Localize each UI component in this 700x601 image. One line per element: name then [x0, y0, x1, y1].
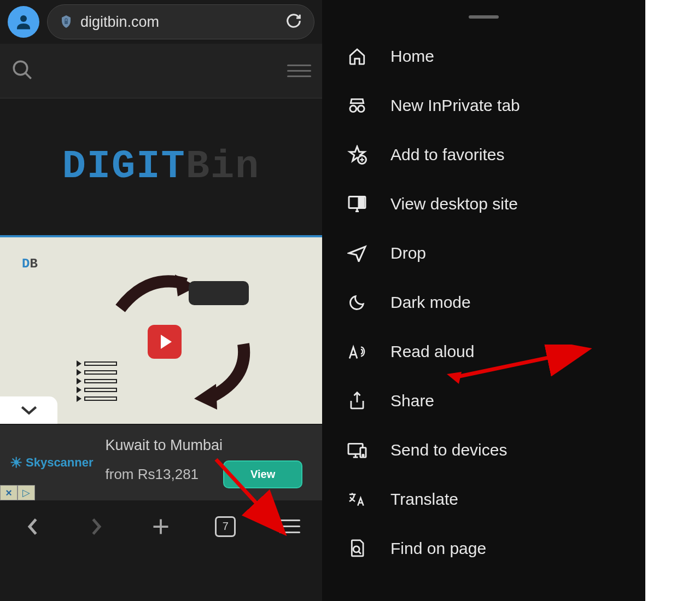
menu-item-darkmode[interactable]: Dark mode: [322, 278, 645, 327]
db-badge: DB: [22, 256, 38, 271]
devices-icon: [347, 440, 368, 460]
collapse-tab[interactable]: [0, 396, 57, 424]
menu-list: Home New InPrivate tab: [322, 32, 645, 573]
site-logo: DIGITBin: [62, 144, 260, 189]
forward-button[interactable]: [83, 517, 110, 536]
menu-label: New InPrivate tab: [390, 96, 520, 115]
svg-point-0: [20, 15, 27, 22]
sun-icon: ☀: [10, 454, 22, 471]
menu-label: Send to devices: [390, 441, 507, 459]
ad-price: from Rs13,281: [106, 466, 199, 483]
browser-pane: digitbin.com DIGITBin DB: [0, 0, 322, 601]
browser-bottom-nav: 7: [0, 500, 322, 552]
menu-item-translate[interactable]: Translate: [322, 475, 645, 524]
translate-icon: [347, 489, 368, 510]
address-bar[interactable]: digitbin.com: [47, 4, 314, 39]
svg-point-12: [363, 454, 364, 456]
chevron-down-icon: [20, 405, 38, 416]
whitespace: [645, 0, 700, 601]
menu-item-senddevices[interactable]: Send to devices: [322, 425, 645, 475]
readaloud-icon: [347, 341, 368, 362]
star-icon: [347, 144, 368, 165]
play-button-icon[interactable]: [148, 325, 182, 359]
dark-box-icon: [189, 281, 249, 305]
inprivate-icon: [347, 95, 368, 116]
menu-item-home[interactable]: Home: [322, 32, 645, 81]
refresh-icon[interactable]: [285, 13, 302, 31]
menu-item-findpage[interactable]: Find on page: [322, 524, 645, 573]
svg-point-5: [350, 106, 357, 112]
menu-item-inprivate[interactable]: New InPrivate tab: [322, 81, 645, 130]
tabs-button[interactable]: 7: [212, 516, 239, 537]
home-icon: [347, 46, 368, 67]
menu-label: Find on page: [390, 539, 486, 558]
ad-info-icon[interactable]: ▷: [18, 485, 35, 500]
svg-rect-1: [65, 21, 68, 24]
ad-title: Kuwait to Mumbai: [106, 437, 312, 454]
back-button[interactable]: [19, 517, 46, 536]
desktop-icon: [347, 194, 368, 214]
svg-point-6: [358, 106, 364, 112]
menu-label: Add to favorites: [390, 145, 504, 164]
menu-item-drop[interactable]: Drop: [322, 229, 645, 278]
tab-count: 7: [215, 516, 236, 537]
content-graphic: [68, 270, 254, 412]
moon-icon: [347, 292, 368, 313]
ad-banner[interactable]: ☀ Skyscanner Kuwait to Mumbai from Rs13,…: [0, 424, 322, 500]
menu-label: Drop: [390, 244, 426, 262]
site-logo-area: DIGITBin: [0, 98, 322, 235]
ad-close-icon[interactable]: ×: [0, 485, 18, 500]
url-text: digitbin.com: [80, 14, 278, 31]
menu-label: Dark mode: [390, 293, 471, 312]
menu-label: View desktop site: [390, 195, 518, 213]
menu-item-share[interactable]: Share: [322, 376, 645, 425]
browser-menu-button[interactable]: [276, 520, 304, 533]
share-icon: [347, 390, 368, 411]
site-header: [0, 44, 322, 98]
menu-item-desktop[interactable]: View desktop site: [322, 179, 645, 229]
svg-rect-9: [359, 199, 364, 207]
profile-avatar[interactable]: [8, 6, 39, 38]
search-icon[interactable]: [11, 59, 34, 84]
ad-view-button[interactable]: View: [223, 460, 302, 488]
site-menu-icon[interactable]: [287, 65, 311, 77]
content-area: DB: [0, 235, 322, 424]
browser-menu-panel: Home New InPrivate tab: [322, 0, 645, 601]
arrow-bottom-icon: [178, 336, 254, 412]
menu-label: Translate: [390, 490, 458, 509]
menu-label: Share: [390, 392, 434, 410]
browser-top-bar: digitbin.com: [0, 0, 322, 44]
drag-handle[interactable]: [469, 15, 499, 19]
hamburger-icon: [279, 520, 300, 533]
list-icon: [77, 360, 117, 404]
send-icon: [347, 243, 368, 264]
menu-item-favorites[interactable]: Add to favorites: [322, 130, 645, 179]
menu-item-readaloud[interactable]: Read aloud: [322, 327, 645, 376]
menu-label: Home: [390, 47, 434, 66]
svg-point-2: [14, 61, 27, 75]
ad-brand: ☀ Skyscanner: [10, 454, 94, 471]
find-icon: [347, 538, 368, 559]
ad-controls: × ▷: [0, 485, 35, 500]
new-tab-button[interactable]: [147, 517, 174, 536]
menu-label: Read aloud: [390, 342, 474, 361]
person-icon: [14, 12, 33, 32]
lock-icon: [60, 14, 73, 30]
svg-point-13: [353, 546, 359, 552]
